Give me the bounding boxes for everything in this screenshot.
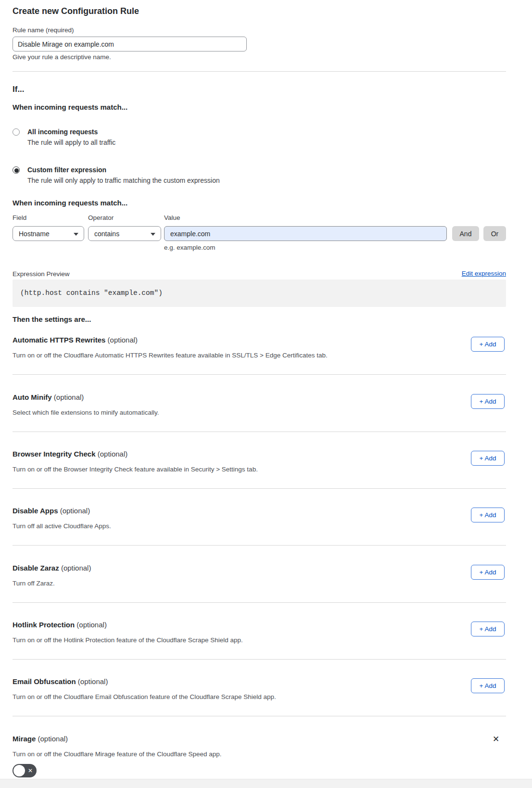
add-button[interactable]: + Add bbox=[471, 451, 505, 466]
setting-automatic-https-rewrites: Automatic HTTPS Rewrites (optional) Turn… bbox=[13, 336, 506, 375]
setting-title: Mirage (optional) bbox=[13, 735, 68, 743]
radio-description: The rule will only apply to traffic matc… bbox=[27, 177, 220, 184]
value-help-text: e.g. example.com bbox=[164, 244, 215, 251]
and-button[interactable]: And bbox=[452, 226, 479, 241]
rule-name-help: Give your rule a descriptive name. bbox=[13, 53, 111, 61]
setting-description: Turn on or off the Cloudflare Mirage fea… bbox=[13, 750, 222, 758]
rule-name-input[interactable] bbox=[13, 37, 247, 51]
if-heading: If... bbox=[13, 85, 25, 94]
radio-description: The rule will apply to all traffic bbox=[27, 139, 115, 146]
setting-disable-zaraz: Disable Zaraz (optional) Turn off Zaraz.… bbox=[13, 564, 506, 603]
value-label: Value bbox=[164, 214, 180, 221]
setting-title: Email Obfuscation (optional) bbox=[13, 677, 108, 686]
close-icon[interactable]: ✕ bbox=[491, 735, 501, 744]
mirage-toggle[interactable]: ✕ bbox=[13, 764, 37, 777]
setting-title: Browser Integrity Check (optional) bbox=[13, 450, 127, 458]
operator-label: Operator bbox=[88, 214, 114, 221]
rule-name-label: Rule name (required) bbox=[13, 26, 74, 34]
add-button[interactable]: + Add bbox=[471, 678, 505, 693]
toggle-off-icon: ✕ bbox=[28, 764, 33, 777]
setting-title: Auto Minify (optional) bbox=[13, 393, 84, 401]
setting-hotlink-protection: Hotlink Protection (optional) Turn on or… bbox=[13, 621, 506, 660]
toggle-knob bbox=[13, 765, 25, 776]
radio-label: Custom filter expression bbox=[27, 166, 106, 174]
chevron-down-icon bbox=[74, 233, 78, 236]
expression-preview-label: Expression Preview bbox=[13, 270, 70, 278]
setting-description: Turn on or off the Hotlink Protection fe… bbox=[13, 636, 243, 644]
operator-select[interactable]: contains bbox=[88, 226, 161, 241]
setting-description: Turn on or off the Browser Integrity Che… bbox=[13, 466, 258, 473]
setting-email-obfuscation: Email Obfuscation (optional) Turn on or … bbox=[13, 677, 506, 716]
add-button[interactable]: + Add bbox=[471, 337, 505, 352]
match-subheading: When incoming requests match... bbox=[13, 103, 127, 111]
field-label: Field bbox=[13, 214, 26, 221]
add-button[interactable]: + Add bbox=[471, 394, 505, 409]
setting-description: Turn on or off the Cloudflare Email Obfu… bbox=[13, 693, 276, 700]
chevron-down-icon bbox=[151, 233, 155, 236]
setting-mirage: Mirage (optional) Turn on or off the Clo… bbox=[13, 735, 506, 780]
setting-title: Disable Apps (optional) bbox=[13, 507, 90, 515]
setting-auto-minify: Auto Minify (optional) Select which file… bbox=[13, 393, 506, 432]
expression-preview-block: (http.host contains "example.com") bbox=[13, 280, 506, 307]
radio-icon[interactable] bbox=[13, 166, 20, 174]
add-button[interactable]: + Add bbox=[471, 508, 505, 522]
radio-icon[interactable] bbox=[13, 128, 20, 136]
create-configuration-rule-page: Create new Configuration Rule Rule name … bbox=[0, 0, 532, 788]
page-bottom-background bbox=[0, 779, 532, 788]
value-input[interactable] bbox=[164, 226, 447, 241]
section-divider bbox=[13, 71, 506, 72]
then-settings-heading: Then the settings are... bbox=[13, 315, 91, 323]
setting-description: Select which file extensions to minify a… bbox=[13, 409, 159, 416]
field-select-value: Hostname bbox=[19, 230, 50, 238]
field-select[interactable]: Hostname bbox=[13, 226, 84, 241]
or-button[interactable]: Or bbox=[483, 226, 506, 241]
page-title: Create new Configuration Rule bbox=[13, 6, 139, 16]
add-button[interactable]: + Add bbox=[471, 622, 505, 636]
radio-label: All incoming requests bbox=[27, 128, 98, 136]
expression-code: (http.host contains "example.com") bbox=[20, 289, 163, 297]
radio-custom-filter-expression[interactable]: Custom filter expression The rule will o… bbox=[13, 166, 349, 187]
operator-select-value: contains bbox=[94, 230, 119, 238]
setting-browser-integrity-check: Browser Integrity Check (optional) Turn … bbox=[13, 450, 506, 489]
setting-title: Hotlink Protection (optional) bbox=[13, 621, 107, 629]
setting-description: Turn on or off the Cloudflare Automatic … bbox=[13, 352, 328, 359]
add-button[interactable]: + Add bbox=[471, 565, 505, 580]
builder-heading: When incoming requests match... bbox=[13, 199, 127, 207]
setting-description: Turn off all active Cloudflare Apps. bbox=[13, 522, 111, 530]
setting-title: Disable Zaraz (optional) bbox=[13, 564, 91, 572]
radio-all-incoming-requests[interactable]: All incoming requests The rule will appl… bbox=[13, 128, 349, 149]
setting-disable-apps: Disable Apps (optional) Turn off all act… bbox=[13, 507, 506, 546]
setting-description: Turn off Zaraz. bbox=[13, 580, 55, 587]
edit-expression-link[interactable]: Edit expression bbox=[462, 270, 506, 277]
setting-title: Automatic HTTPS Rewrites (optional) bbox=[13, 336, 138, 344]
